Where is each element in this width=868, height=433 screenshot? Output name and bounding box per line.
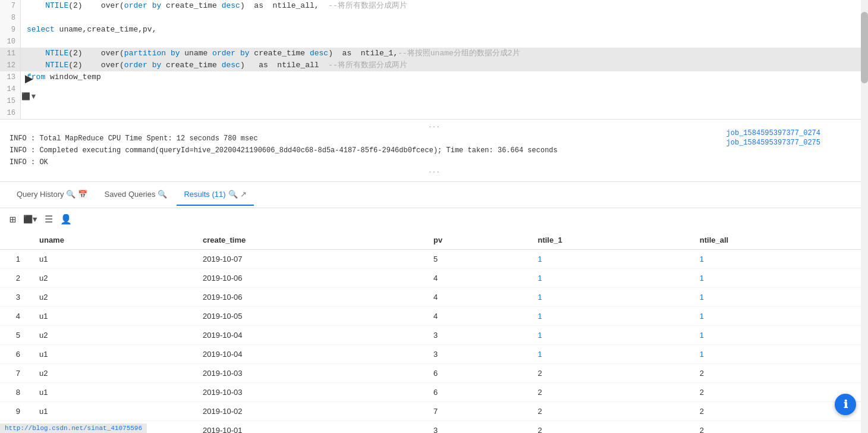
cell-ntile1: 1: [528, 250, 690, 269]
line-num-8: 8: [0, 12, 21, 24]
table-row: 7 u2 2019-10-03 6 2 2: [0, 364, 868, 383]
table-row: 4 u1 2019-10-05 4 1 1: [0, 307, 868, 326]
cell-ntile-all: 1: [690, 269, 868, 288]
run-button[interactable]: ▶: [22, 71, 36, 86]
scrollbar[interactable]: [861, 0, 868, 433]
line-num-10: 10: [0, 36, 21, 48]
ntile1-link[interactable]: 1: [537, 350, 542, 359]
ntile-all-link[interactable]: 1: [700, 293, 704, 302]
download-button[interactable]: ⬛▼: [22, 89, 36, 103]
calendar-icon-qh[interactable]: 📅: [78, 190, 87, 199]
editor-actions: ▶ ⬛▼: [22, 71, 36, 103]
table-row: 5 u2 2019-10-04 3 1 1: [0, 326, 868, 345]
job-links: job_1584595397377_0274 job_1584595397377…: [727, 129, 820, 147]
cell-uname: u1: [30, 250, 193, 269]
code-line-10: 10: [0, 36, 868, 48]
ntile1-link[interactable]: 1: [537, 255, 542, 263]
code-line-14: 14: [0, 83, 868, 95]
line-content-15: [21, 95, 868, 107]
cell-uname: u1: [30, 383, 193, 402]
line-num-15: 15: [0, 95, 21, 107]
code-line-11: 11 NTILE(2) over(partition by uname orde…: [0, 48, 868, 59]
expand-icon-results[interactable]: ↗: [240, 190, 247, 199]
ntile-all-link[interactable]: 1: [700, 350, 704, 359]
cell-rownum: 4: [0, 307, 30, 326]
cell-ntile1: 2: [528, 364, 690, 383]
cell-create-time: 2019-10-05: [193, 307, 424, 326]
cell-pv: 3: [424, 345, 529, 364]
cell-rownum: 6: [0, 345, 30, 364]
line-num-9: 9: [0, 24, 21, 36]
cell-ntile1: 1: [528, 269, 690, 288]
cell-ntile1: 1: [528, 326, 690, 345]
cell-rownum: 3: [0, 288, 30, 307]
table-row: 1 u1 2019-10-07 5 1 1: [0, 250, 868, 269]
cell-rownum: 9: [0, 402, 30, 421]
ntile-all-link[interactable]: 1: [700, 274, 704, 283]
cell-ntile-all: 1: [690, 288, 868, 307]
cell-ntile1: 2: [528, 383, 690, 402]
code-line-12: 12 NTILE(2) over(order by create_time de…: [0, 59, 868, 71]
cell-create-time: 2019-10-06: [193, 288, 424, 307]
ntile1-link[interactable]: 1: [537, 274, 542, 283]
search-icon-qh[interactable]: 🔍: [66, 190, 76, 199]
cell-ntile1: 1: [528, 288, 690, 307]
ntile1-link[interactable]: 1: [537, 293, 542, 302]
line-num-16: 16: [0, 107, 21, 119]
cell-pv: 4: [424, 288, 529, 307]
job-link-2[interactable]: job_1584595397377_0275: [727, 139, 820, 147]
query-history-label: Query History: [17, 190, 64, 199]
search-icon-sq[interactable]: 🔍: [158, 190, 167, 199]
ntile1-link[interactable]: 1: [537, 312, 542, 321]
cell-pv: 5: [424, 250, 529, 269]
line-content-12: NTILE(2) over(order by create_time desc)…: [21, 59, 868, 71]
ntile1-link[interactable]: 1: [537, 331, 542, 340]
cell-ntile1: 1: [528, 345, 690, 364]
line-num-11: 11: [0, 48, 21, 59]
cell-create-time: 2019-10-07: [193, 250, 424, 269]
info-button[interactable]: ℹ: [835, 394, 856, 415]
cell-rownum: 2: [0, 269, 30, 288]
line-content-9: select uname,create_time,pv,: [21, 24, 868, 36]
main-container: 7 NTILE(2) over(order by create_time des…: [0, 0, 868, 433]
code-line-7: 7 NTILE(2) over(order by create_time des…: [0, 0, 868, 12]
ntile-all-link[interactable]: 1: [700, 255, 704, 263]
line-content-16: [21, 107, 868, 119]
tab-query-history[interactable]: Query History 🔍 📅: [10, 184, 95, 206]
cell-rownum: 5: [0, 326, 30, 345]
code-line-16: 16: [0, 107, 868, 119]
results-label: Results (11): [184, 190, 225, 199]
line-content-13: from window_temp: [21, 71, 868, 83]
table-body: 1 u1 2019-10-07 5 1 1 2 u2 2019-10-06 4 …: [0, 250, 868, 434]
line-content-7: NTILE(2) over(order by create_time desc)…: [21, 0, 868, 12]
job-link-1[interactable]: job_1584595397377_0274: [727, 129, 820, 137]
table-icon[interactable]: ☰: [45, 214, 53, 225]
scrollbar-thumb[interactable]: [861, 12, 868, 83]
saved-queries-label: Saved Queries: [104, 190, 155, 199]
code-editor: 7 NTILE(2) over(order by create_time des…: [0, 0, 868, 120]
grid-icon[interactable]: ⊞: [10, 213, 16, 226]
code-line-13: 13 from window_temp: [0, 71, 868, 83]
table-toolbar: ⊞ ⬛▼ ☰ 👤: [0, 208, 868, 231]
cell-pv: 6: [424, 364, 529, 383]
cell-pv: 4: [424, 307, 529, 326]
col-uname: uname: [30, 231, 193, 250]
person-icon[interactable]: 👤: [60, 214, 72, 225]
code-line-15: 15: [0, 95, 868, 107]
cell-pv: 3: [424, 421, 529, 434]
ntile-all-link[interactable]: 1: [700, 312, 704, 321]
line-num-14: 14: [0, 83, 21, 95]
export-icon[interactable]: ⬛▼: [23, 215, 37, 224]
cell-rownum: 1: [0, 250, 30, 269]
url-bar: http://blog.csdn.net/sinat_41075596: [0, 423, 147, 433]
results-container[interactable]: ⊞ ⬛▼ ☰ 👤 uname create_time pv ntile_1 nt…: [0, 208, 868, 433]
tab-results[interactable]: Results (11) 🔍 ↗: [177, 184, 253, 206]
cell-ntile-all: 1: [690, 250, 868, 269]
table-header-row: uname create_time pv ntile_1 ntile_all: [0, 231, 868, 250]
tab-saved-queries[interactable]: Saved Queries 🔍: [97, 184, 174, 206]
line-content-8: [21, 12, 868, 24]
ntile-all-link[interactable]: 1: [700, 331, 704, 340]
table-row: 8 u1 2019-10-03 6 2 2: [0, 383, 868, 402]
search-icon-results[interactable]: 🔍: [228, 190, 238, 199]
cell-rownum: 8: [0, 383, 30, 402]
